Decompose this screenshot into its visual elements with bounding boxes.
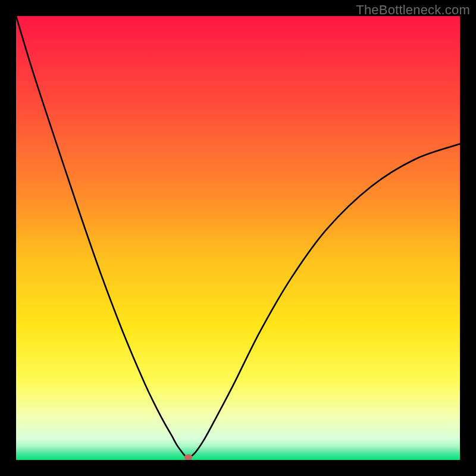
watermark-text: TheBottleneck.com [356, 2, 470, 18]
chart-frame: TheBottleneck.com [0, 0, 476, 476]
gradient-background [16, 16, 460, 460]
bottleneck-chart [16, 16, 460, 460]
plot-area [16, 16, 460, 460]
